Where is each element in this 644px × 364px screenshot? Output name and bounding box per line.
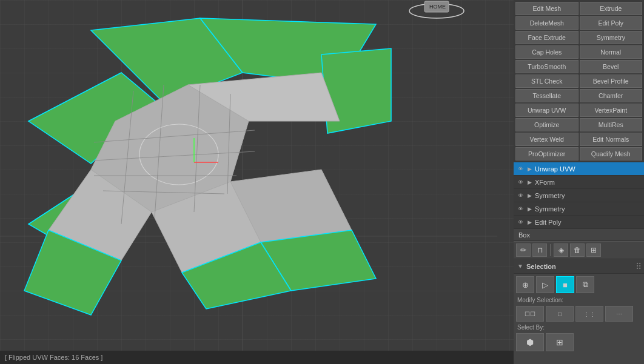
stack-label-1: XForm (535, 179, 642, 186)
selection-section: ▼ Selection ⠿ ⊕▷■⧉ Modify Selection: ☐☐□… (514, 259, 644, 364)
select-by-label: Select By: (514, 323, 644, 332)
modifier-btn-symmetry-btn[interactable]: Symmetry (580, 31, 643, 44)
stack-expand-4[interactable]: ▶ (526, 219, 533, 226)
stack-expand-1[interactable]: ▶ (526, 179, 533, 186)
stack-label-4: Edit Poly (535, 219, 642, 226)
ring-sel-btn[interactable]: ⋯ (605, 306, 633, 322)
loop-sel-btn[interactable]: ⋮⋮ (575, 306, 603, 322)
3d-object-area: HOME (0, 0, 514, 351)
modifier-btn-stl-check[interactable]: STL Check (515, 74, 579, 88)
delete-modifier-tool[interactable]: 🗑 (570, 243, 585, 257)
modifier-btn-delete-mesh[interactable]: DeleteMesh (515, 16, 579, 30)
stack-label-2: Symmetry (535, 192, 642, 199)
modifier-btn-cap-holes[interactable]: Cap Holes (515, 45, 579, 59)
selection-title: Selection (526, 263, 556, 270)
selection-mode-buttons: ⊕▷■⧉ (514, 274, 644, 296)
stack-item-0[interactable]: 👁▶Unwrap UVW (514, 162, 644, 176)
stack-label-0: Unwrap UVW (535, 165, 642, 173)
modifier-btn-edit-poly-btn[interactable]: Edit Poly (580, 16, 643, 30)
modifier-btn-quadify-mesh[interactable]: Quadify Mesh (580, 147, 643, 160)
stack-box-label: Box (518, 231, 530, 239)
stack-item-2[interactable]: 👁▶Symmetry (514, 189, 644, 202)
modifier-btn-face-extrude[interactable]: Face Extrude (515, 31, 579, 44)
modifier-btn-pro-optimizer[interactable]: ProOptimizer (515, 147, 579, 160)
configure-modifier-tool[interactable]: ⊞ (586, 243, 601, 257)
stack-box-item[interactable]: Box (514, 229, 644, 241)
stack-label-3: Symmetry (535, 205, 642, 213)
modifier-grid: Edit MeshExtrudeDeleteMeshEdit PolyFace … (514, 0, 644, 162)
element-mode-btn[interactable]: ⧉ (576, 276, 594, 293)
modifier-btn-extrude[interactable]: Extrude (580, 2, 643, 15)
modifier-btn-edit-mesh[interactable]: Edit Mesh (515, 2, 579, 15)
modifier-btn-edit-normals[interactable]: Edit Normals (580, 133, 643, 146)
right-panel: Edit MeshExtrudeDeleteMeshEdit PolyFace … (514, 0, 644, 364)
stack-expand-0[interactable]: ▶ (526, 165, 533, 173)
stack-expand-2[interactable]: ▶ (526, 192, 533, 199)
instance-modifier-tool[interactable]: ◈ (554, 243, 568, 257)
modify-selection-row: ☐☐□⋮⋮⋯ (514, 305, 644, 323)
modifier-btn-multi-res[interactable]: MultiRes (580, 118, 643, 131)
select-by-row: ⬢⊞ (514, 332, 644, 352)
modifier-btn-vertex-paint[interactable]: VertexPaint (580, 104, 643, 117)
modifier-btn-optimize[interactable]: Optimize (515, 118, 579, 131)
stack-toolbar: ✏⊓◈🗑⊞ (514, 241, 644, 259)
grow-sel-btn[interactable]: ☐☐ (516, 306, 544, 322)
modifier-btn-bevel-btn[interactable]: Bevel (580, 60, 643, 73)
modify-selection-label: Modify Selection: (514, 296, 644, 305)
stack-item-4[interactable]: 👁▶Edit Poly (514, 216, 644, 229)
pin-modifier-tool[interactable]: ⊓ (532, 243, 547, 257)
stack-item-3[interactable]: 👁▶Symmetry (514, 202, 644, 216)
status-bar: [ Flipped UVW Faces: 16 Faces ] (0, 351, 514, 364)
svg-text:HOME: HOME (429, 4, 446, 10)
modifier-btn-vertex-weld[interactable]: Vertex Weld (515, 133, 579, 146)
section-grip-icon: ⠿ (636, 262, 640, 271)
section-collapse-arrow: ▼ (517, 263, 523, 270)
3d-object-svg: HOME (0, 0, 497, 351)
status-text: [ Flipped UVW Faces: 16 Faces ] (5, 354, 102, 361)
modifier-btn-bevel-profile[interactable]: Bevel Profile (580, 74, 643, 88)
stack-toolbar-sep (550, 244, 551, 256)
modifier-btn-tessellate[interactable]: Tessellate (515, 89, 579, 102)
stack-eye-2[interactable]: 👁 (516, 191, 525, 200)
modifier-btn-unwrap-uvw-btn[interactable]: Unwrap UVW (515, 104, 579, 117)
modifier-btn-chamfer[interactable]: Chamfer (580, 89, 643, 102)
select-by-mat-btn[interactable]: ⊞ (546, 333, 574, 351)
vertex-mode-btn[interactable]: ⊕ (516, 276, 534, 293)
stack-eye-0[interactable]: 👁 (516, 165, 525, 173)
selection-header[interactable]: ▼ Selection ⠿ (514, 259, 644, 274)
stack-eye-1[interactable]: 👁 (516, 178, 525, 187)
stack-expand-3[interactable]: ▶ (526, 205, 533, 213)
stack-eye-4[interactable]: 👁 (516, 218, 525, 227)
viewport[interactable]: HOME [ Flipped UVW Faces: 16 Faces ] (0, 0, 514, 364)
modifier-btn-normal-btn[interactable]: Normal (580, 45, 643, 59)
modifier-stack: 👁▶Unwrap UVW👁▶XForm👁▶Symmetry👁▶Symmetry👁… (514, 162, 644, 241)
stack-eye-3[interactable]: 👁 (516, 205, 525, 213)
stack-item-1[interactable]: 👁▶XForm (514, 176, 644, 189)
modifier-btn-turbo-smooth[interactable]: TurboSmooth (515, 60, 579, 73)
edge-mode-btn[interactable]: ▷ (536, 276, 554, 293)
shrink-sel-btn[interactable]: □ (546, 306, 574, 322)
edit-modifier-tool[interactable]: ✏ (516, 243, 531, 257)
face-mode-btn[interactable]: ■ (556, 276, 574, 293)
select-by-smooth-btn[interactable]: ⬢ (516, 333, 544, 351)
